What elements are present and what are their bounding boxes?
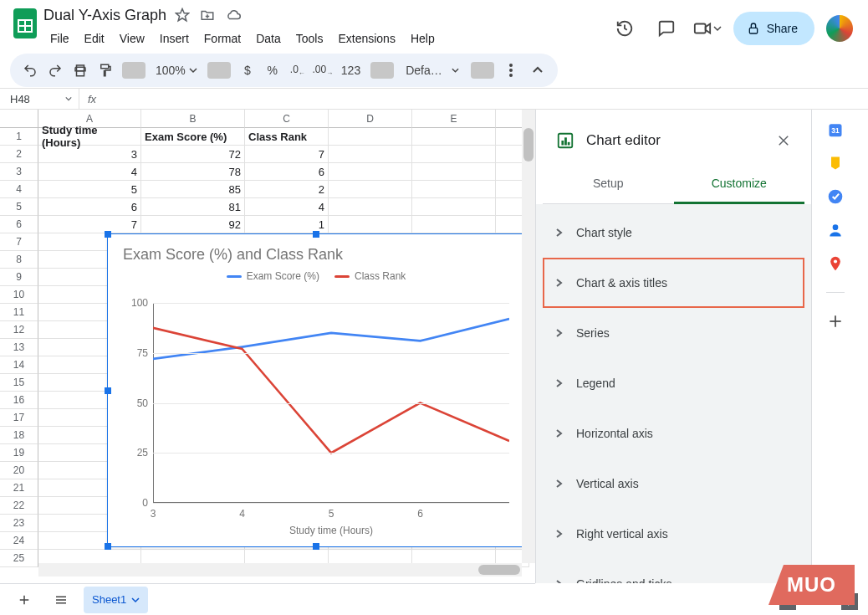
row-header[interactable]: 11 xyxy=(0,304,38,321)
tab-customize[interactable]: Customize xyxy=(674,165,805,204)
cell[interactable] xyxy=(329,198,412,216)
customize-section[interactable]: Vertical axis xyxy=(543,459,804,509)
paint-format-button[interactable] xyxy=(94,59,117,82)
cell[interactable]: 6 xyxy=(38,198,141,216)
cell[interactable] xyxy=(412,181,496,198)
row-header[interactable]: 22 xyxy=(0,497,38,515)
row-header[interactable]: 7 xyxy=(0,233,38,251)
row-header[interactable]: 13 xyxy=(0,339,38,356)
tab-setup[interactable]: Setup xyxy=(543,165,674,203)
cell[interactable]: 6 xyxy=(245,163,329,181)
col-header[interactable]: D xyxy=(329,110,412,128)
vertical-scrollbar[interactable] xyxy=(522,110,535,563)
row-header[interactable]: 25 xyxy=(0,550,38,567)
sheet-tab[interactable]: Sheet1 xyxy=(84,587,148,613)
customize-section[interactable]: Legend xyxy=(543,358,804,408)
cell[interactable]: 72 xyxy=(141,146,245,163)
horizontal-scrollbar[interactable] xyxy=(38,563,522,577)
menu-tools[interactable]: Tools xyxy=(289,28,330,49)
resize-handle[interactable] xyxy=(105,231,111,238)
menu-format[interactable]: Format xyxy=(197,28,248,49)
row-header[interactable]: 1 xyxy=(0,128,38,146)
row-header[interactable]: 17 xyxy=(0,409,38,427)
row-header[interactable]: 2 xyxy=(0,146,38,163)
print-button[interactable] xyxy=(69,59,92,82)
customize-section[interactable]: Gridlines and ticks xyxy=(543,559,804,583)
cell[interactable] xyxy=(412,163,496,181)
close-icon[interactable] xyxy=(776,133,791,148)
customize-section[interactable]: Series xyxy=(543,308,804,358)
decimal-decrease-button[interactable]: .0← xyxy=(286,59,309,82)
cell[interactable] xyxy=(412,146,496,163)
share-button[interactable]: Share xyxy=(733,12,814,45)
menu-help[interactable]: Help xyxy=(404,28,442,49)
customize-section[interactable]: Horizontal axis xyxy=(543,408,804,459)
font-select[interactable]: Defaul… xyxy=(399,59,466,82)
cell[interactable]: 2 xyxy=(245,181,329,198)
resize-handle[interactable] xyxy=(105,543,111,550)
move-icon[interactable] xyxy=(200,8,215,23)
cell[interactable] xyxy=(329,181,412,198)
col-header[interactable]: C xyxy=(245,110,329,128)
spreadsheet-grid[interactable]: ABCDE 1234567891011121314151617181920212… xyxy=(0,110,535,583)
percent-button[interactable]: % xyxy=(261,59,284,82)
resize-handle[interactable] xyxy=(313,543,319,550)
account-avatar[interactable] xyxy=(826,15,853,42)
menu-view[interactable]: View xyxy=(113,28,151,49)
menu-insert[interactable]: Insert xyxy=(153,28,196,49)
more-formats-button[interactable]: 123 xyxy=(336,59,365,82)
cell[interactable] xyxy=(412,198,496,216)
cell[interactable]: 85 xyxy=(141,181,245,198)
embedded-chart[interactable]: Exam Score (%) and Class Rank Exam Score… xyxy=(107,233,525,547)
cloud-status-icon[interactable] xyxy=(225,8,242,23)
cell[interactable] xyxy=(329,146,412,163)
keep-icon[interactable] xyxy=(827,155,844,172)
row-header[interactable]: 15 xyxy=(0,374,38,392)
customize-section[interactable]: Chart style xyxy=(543,208,804,258)
row-header[interactable]: 24 xyxy=(0,532,38,550)
row-header[interactable]: 21 xyxy=(0,479,38,497)
row-header[interactable]: 3 xyxy=(0,163,38,181)
cell[interactable]: 81 xyxy=(141,198,245,216)
history-icon[interactable] xyxy=(610,13,640,44)
calendar-icon[interactable]: 31 xyxy=(827,121,844,138)
cell[interactable]: 5 xyxy=(38,181,141,198)
customize-section[interactable]: Right vertical axis xyxy=(543,509,804,559)
cell[interactable] xyxy=(412,128,496,146)
cell[interactable]: 7 xyxy=(38,216,141,233)
menu-file[interactable]: File xyxy=(43,28,76,49)
row-header[interactable]: 10 xyxy=(0,286,38,304)
row-header[interactable]: 8 xyxy=(0,251,38,269)
col-header[interactable]: B xyxy=(141,110,245,128)
row-header[interactable]: 5 xyxy=(0,198,38,216)
row-header[interactable]: 9 xyxy=(0,269,38,286)
row-header[interactable]: 18 xyxy=(0,427,38,444)
row-header[interactable]: 12 xyxy=(0,321,38,339)
tasks-icon[interactable] xyxy=(827,188,844,205)
cell[interactable]: 4 xyxy=(38,163,141,181)
decimal-increase-button[interactable]: .00→ xyxy=(311,59,334,82)
cell[interactable]: 3 xyxy=(38,146,141,163)
cell[interactable] xyxy=(329,216,412,233)
resize-handle[interactable] xyxy=(313,231,319,238)
menu-extensions[interactable]: Extensions xyxy=(331,28,401,49)
undo-button[interactable] xyxy=(18,59,42,82)
cell[interactable]: 7 xyxy=(245,146,329,163)
sheets-logo[interactable] xyxy=(7,5,43,42)
meet-icon[interactable] xyxy=(693,13,722,44)
add-sheet-button[interactable] xyxy=(10,586,38,614)
col-header[interactable]: E xyxy=(412,110,496,128)
row-header[interactable]: 4 xyxy=(0,181,38,198)
cell[interactable]: 92 xyxy=(141,216,245,233)
menu-data[interactable]: Data xyxy=(249,28,288,49)
row-header[interactable]: 20 xyxy=(0,462,38,479)
customize-section[interactable]: Chart & axis titles xyxy=(543,258,804,308)
cell[interactable]: 78 xyxy=(141,163,245,181)
more-toolbar-button[interactable] xyxy=(499,59,523,82)
cell[interactable] xyxy=(412,216,496,233)
currency-button[interactable]: $ xyxy=(236,59,259,82)
resize-handle[interactable] xyxy=(105,387,111,394)
row-header[interactable]: 6 xyxy=(0,216,38,233)
cell[interactable]: Class Rank xyxy=(245,128,329,146)
cell[interactable] xyxy=(329,128,412,146)
